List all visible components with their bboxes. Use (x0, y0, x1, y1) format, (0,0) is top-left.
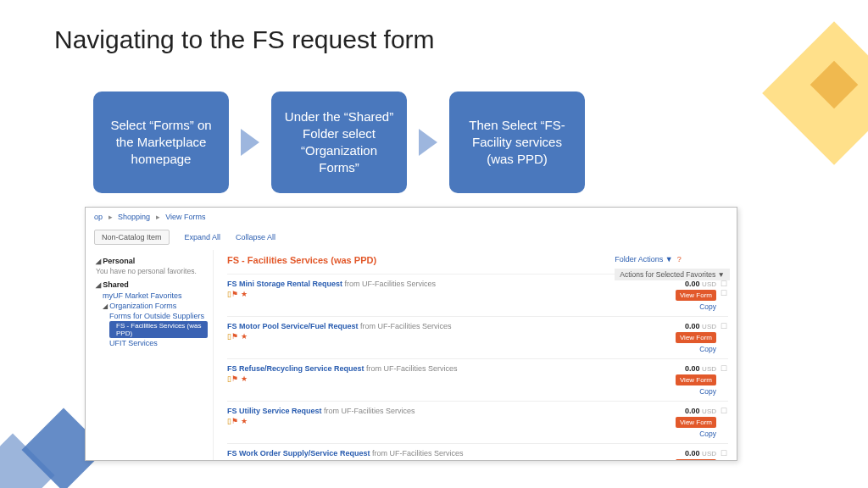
help-icon[interactable]: ? (677, 255, 682, 263)
form-price: 0.00 USD (650, 280, 716, 288)
form-icons: ▯⚑ ★ (227, 332, 643, 341)
row-checkbox[interactable] (720, 449, 728, 458)
form-row: FS Motor Pool Service/Fuel Request from … (227, 316, 728, 358)
non-catalog-button[interactable]: Non-Catalog Item (94, 230, 170, 245)
breadcrumb-sep: ▸ (108, 213, 113, 221)
arrow-icon (241, 129, 259, 156)
copy-link[interactable]: Copy (650, 387, 716, 396)
form-title-link[interactable]: FS Utility Service Request (227, 407, 322, 415)
copy-link[interactable]: Copy (650, 430, 716, 438)
form-icons: ▯⚑ ★ (227, 374, 643, 383)
sidebar-item-ufit[interactable]: UFIT Services (96, 338, 208, 348)
form-price: 0.00 USD (650, 449, 716, 458)
form-from-text: from UF-Facilities Services (324, 407, 415, 415)
breadcrumb-view-forms[interactable]: View Forms (165, 213, 205, 221)
form-from-text: from UF-Facilities Services (366, 364, 458, 373)
sidebar-item-org-forms[interactable]: Organization Forms (96, 301, 208, 311)
row-checkbox[interactable] (720, 364, 728, 373)
slide-title: Navigating to the FS request form (54, 25, 435, 54)
form-title-link[interactable]: FS Refuse/Recycling Service Request (227, 364, 364, 373)
form-title-link[interactable]: FS Motor Pool Service/Fuel Request (227, 322, 359, 330)
form-price: 0.00 USD (650, 407, 716, 415)
form-row: FS Utility Service Request from UF-Facil… (227, 401, 728, 443)
view-form-button[interactable]: View Form (676, 290, 716, 301)
copy-link[interactable]: Copy (650, 302, 716, 311)
steps-row: Select “Forms” on the Marketplace homepa… (93, 92, 585, 193)
view-form-button[interactable]: View Form (676, 417, 716, 428)
step-3: Then Select “FS- Facility services (was … (449, 92, 585, 193)
form-title-link[interactable]: FS Work Order Supply/Service Request (227, 449, 370, 458)
row-checkbox[interactable] (720, 280, 728, 288)
expand-all-link[interactable]: Expand All (185, 233, 221, 241)
sidebar-item-fs-selected[interactable]: FS - Facilities Services (was PPD) (109, 321, 208, 338)
breadcrumb: op ▸ Shopping ▸ View Forms (86, 208, 737, 226)
folder-actions-link[interactable]: Folder Actions ▼ (615, 255, 672, 263)
breadcrumb-root[interactable]: op (94, 213, 103, 221)
step-2: Under the “Shared” Folder select “Organi… (271, 92, 407, 193)
form-price: 0.00 USD (650, 364, 716, 373)
screenshot-panel: op ▸ Shopping ▸ View Forms Non-Catalog I… (85, 207, 737, 461)
breadcrumb-shopping[interactable]: Shopping (118, 213, 150, 221)
toolbar: Non-Catalog Item Expand All Collapse All (86, 226, 737, 250)
sidebar: Personal You have no personal favorites.… (86, 250, 213, 461)
form-price: 0.00 USD (650, 322, 716, 330)
row-checkbox[interactable] (720, 407, 728, 415)
view-form-button[interactable]: View Form (676, 459, 716, 461)
form-row: FS Work Order Supply/Service Request fro… (227, 443, 728, 461)
sidebar-personal-header[interactable]: Personal (96, 257, 208, 265)
form-from-text: from UF-Facilities Services (345, 280, 437, 288)
row-checkbox[interactable] (720, 322, 728, 330)
collapse-all-link[interactable]: Collapse All (236, 233, 275, 241)
sidebar-item-favorites[interactable]: myUF Market Favorites (96, 291, 208, 301)
form-icons: ▯⚑ ★ (227, 290, 643, 298)
view-form-button[interactable]: View Form (676, 374, 716, 385)
form-row: FS Refuse/Recycling Service Request from… (227, 358, 728, 401)
breadcrumb-sep: ▸ (156, 213, 160, 221)
sidebar-personal-note: You have no personal favorites. (96, 267, 208, 275)
sidebar-shared-header[interactable]: Shared (96, 280, 208, 289)
view-form-button[interactable]: View Form (676, 332, 716, 343)
form-icons: ▯⚑ ★ (227, 417, 643, 425)
arrow-icon (419, 129, 437, 156)
select-all-checkbox[interactable] (720, 289, 728, 297)
form-icons: ▯⚑ ★ (227, 459, 643, 461)
decor-top-right-square (762, 21, 868, 165)
form-from-text: from UF-Facilities Services (360, 322, 452, 330)
form-title-link[interactable]: FS Mini Storage Rental Request (227, 280, 342, 288)
sidebar-item-outside[interactable]: Forms for Outside Suppliers (96, 311, 208, 321)
main-panel: FS - Facilities Services (was PPD) Folde… (213, 250, 737, 461)
form-from-text: from UF-Facilities Services (372, 449, 464, 458)
favorites-actions-dropdown[interactable]: Actions for Selected Favorites ▼ (615, 269, 730, 280)
copy-link[interactable]: Copy (650, 345, 716, 353)
step-1: Select “Forms” on the Marketplace homepa… (93, 92, 229, 193)
